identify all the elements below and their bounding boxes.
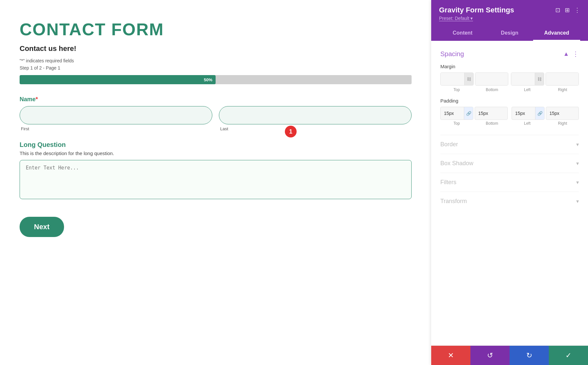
margin-left-label: Left [511,87,544,92]
padding-bottom-input[interactable] [475,107,507,119]
last-name-wrap: Last [219,106,412,131]
padding-top-group: 🔗 [440,107,473,120]
margin-bottom-input[interactable] [475,73,508,85]
progress-bar-container: 50% [20,75,412,84]
step-info: Step 1 of 2 - Page 1 [20,65,412,71]
progress-bar-fill: 50% [20,75,216,84]
panel-header-icons: ⊡ ⊞ ⋮ [555,7,580,14]
padding-right-label: Right [546,121,579,126]
panel-preset[interactable]: Preset: Default ▾ [439,16,580,21]
margin-top-label: Top [440,87,473,92]
right-panel: Gravity Form Settings ⊡ ⊞ ⋮ Preset: Defa… [431,0,588,365]
padding-top-input[interactable] [441,107,464,119]
transform-header[interactable]: Transform ▾ [440,198,579,205]
spacing-controls: ▲ ⋮ [563,50,579,58]
box-shadow-title: Box Shadow [440,160,473,167]
long-question-section: Long Question This is the description fo… [20,141,412,200]
padding-sublabels: Top Bottom Left Right [440,121,579,126]
first-name-wrap: First [20,106,212,131]
long-question-textarea[interactable] [20,160,412,199]
margin-bottom-group [475,72,508,86]
margin-section: Margin ⛓ ⛓ [440,64,579,92]
first-name-input[interactable] [20,106,212,124]
name-label: Name* [20,96,412,103]
padding-left-input[interactable] [512,107,535,119]
name-field-group: Name* First Last [20,96,412,131]
spacing-section-header: Spacing ▲ ⋮ [440,50,579,58]
padding-inputs-row: 🔗 🔗 [440,107,579,120]
long-question-desc: This is the description for the long que… [20,151,412,156]
undo-button[interactable]: ↺ [470,346,510,365]
first-label: First [20,126,212,131]
margin-bottom-label: Bottom [476,87,508,92]
border-header[interactable]: Border ▾ [440,141,579,148]
bottom-toolbar: ✕ ↺ ↻ ✓ [431,345,588,365]
filters-section: Filters ▾ [440,173,579,192]
box-shadow-chevron[interactable]: ▾ [576,160,579,167]
name-fields: First Last [20,106,412,131]
margin-right-label: Right [546,87,579,92]
padding-label: Padding [440,98,579,103]
badge-1: 1 [285,126,297,137]
margin-left-group: ⛓ [511,72,544,86]
filters-chevron[interactable]: ▾ [576,179,579,185]
required-star: * [36,96,38,103]
last-label: Last [219,126,412,131]
transform-section: Transform ▾ [440,192,579,211]
margin-inputs-row: ⛓ ⛓ [440,72,579,86]
filters-header[interactable]: Filters ▾ [440,179,579,186]
padding-right-group [546,107,579,120]
margin-top-group: ⛓ [440,72,474,86]
long-question-label: Long Question [20,141,412,149]
required-note: "*" indicates required fields [20,58,412,63]
layout-icon[interactable]: ⊞ [565,7,570,14]
panel-body: Spacing ▲ ⋮ Margin ⛓ [431,41,588,345]
filters-title: Filters [440,179,456,186]
padding-section: Padding 🔗 🔗 [440,98,579,126]
main-content: 1 CONTACT FORM Contact us here! "*" indi… [0,0,431,365]
padding-bottom-group [475,107,508,120]
margin-right-group [546,72,579,86]
padding-top-label: Top [440,121,473,126]
tab-advanced[interactable]: Advanced [533,26,580,41]
redo-button[interactable]: ↻ [510,346,549,365]
last-name-input[interactable] [219,106,412,124]
next-button[interactable]: Next [20,217,64,237]
margin-right-input[interactable] [546,73,579,85]
transform-title: Transform [440,198,467,205]
panel-header-top: Gravity Form Settings ⊡ ⊞ ⋮ [439,6,580,14]
responsive-icon[interactable]: ⊡ [555,7,560,14]
tab-content[interactable]: Content [439,26,486,41]
padding-link-right[interactable]: 🔗 [535,107,544,119]
padding-left-group: 🔗 [512,107,545,120]
progress-bar-label: 50% [204,77,212,82]
padding-link-left[interactable]: 🔗 [464,107,473,119]
margin-top-input[interactable] [441,73,464,85]
margin-link-left[interactable]: ⛓ [464,73,473,85]
box-shadow-header[interactable]: Box Shadow ▾ [440,160,579,167]
transform-chevron[interactable]: ▾ [576,198,579,204]
panel-header: Gravity Form Settings ⊡ ⊞ ⋮ Preset: Defa… [431,0,588,41]
padding-left-label: Left [511,121,544,126]
tab-design[interactable]: Design [486,26,533,41]
margin-left-input[interactable] [511,73,535,85]
panel-title: Gravity Form Settings [439,6,514,14]
border-chevron[interactable]: ▾ [576,141,579,148]
panel-tabs: Content Design Advanced [439,26,580,41]
save-button[interactable]: ✓ [549,346,588,365]
spacing-chevron[interactable]: ▲ [563,51,569,57]
contact-subtitle: Contact us here! [20,44,412,53]
spacing-title: Spacing [440,50,464,58]
border-section: Border ▾ [440,135,579,154]
padding-bottom-label: Bottom [476,121,508,126]
padding-right-input[interactable] [546,107,579,119]
box-shadow-section: Box Shadow ▾ [440,154,579,173]
margin-sublabels: Top Bottom Left Right [440,87,579,92]
margin-link-right[interactable]: ⛓ [535,73,544,85]
border-title: Border [440,141,458,148]
page-title: CONTACT FORM [20,20,412,39]
margin-label: Margin [440,64,579,69]
spacing-dots[interactable]: ⋮ [572,50,579,58]
more-icon[interactable]: ⋮ [574,7,580,14]
cancel-button[interactable]: ✕ [431,346,470,365]
